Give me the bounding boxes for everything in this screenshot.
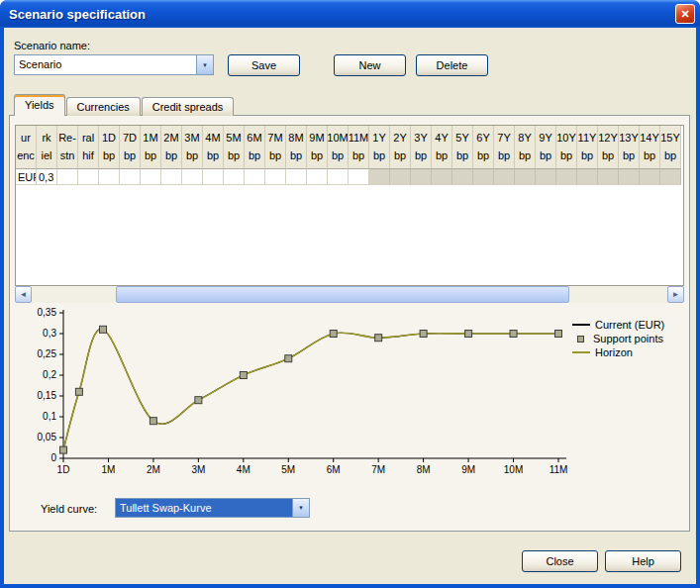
new-button[interactable]: New [334,54,406,76]
header-cell: 13Ybp [619,126,640,169]
table-cell[interactable] [99,169,120,185]
header-cell: 10Mbp [328,126,349,169]
header-cell: 5Ybp [452,126,473,169]
svg-text:5M: 5M [281,464,295,475]
table-cell [452,169,473,185]
header-cell-top: rk [42,133,50,144]
header-cell: 7Ybp [494,126,515,169]
header-cell: 3Mbp [182,126,203,169]
header-cell-top: 2M [163,133,178,144]
table-cell[interactable] [265,169,286,185]
header-cell-top: 13Y [619,133,639,144]
legend-item: Support points [572,332,664,345]
table-cell[interactable] [224,169,245,185]
table-cell [577,169,598,185]
header-cell: 3Ybp [411,126,432,169]
svg-text:0,1: 0,1 [43,411,56,422]
tab-credit-spreads[interactable]: Credit spreads [142,97,235,116]
table-cell [640,169,660,185]
yield-curve-label: Yield curve: [41,503,97,515]
yields-table: urencrkielRe-stnralhif1Dbp7Dbp1Mbp2Mbp3M… [15,125,684,286]
table-cell[interactable] [203,169,224,185]
header-cell-bottom: bp [581,150,593,161]
header-cell: 9Ybp [536,126,556,169]
header-cell-top: 7M [267,133,282,144]
header-cell: 8Mbp [286,126,307,169]
table-row-eur: EUR0,3 [16,169,683,185]
support-point-marker [375,335,382,342]
svg-text:0,35: 0,35 [38,307,57,318]
tab-currencies[interactable]: Currencies [66,97,141,116]
table-cell[interactable] [307,169,328,185]
table-cell [494,169,515,185]
table-cell[interactable] [182,169,203,185]
table-cell[interactable] [349,169,369,185]
header-cell-top: ral [82,133,94,144]
support-point-marker [555,331,562,338]
header-cell-bottom: bp [145,150,156,161]
header-cell-top: 3M [184,133,199,144]
svg-text:3M: 3M [191,464,205,475]
header-cell-bottom: bp [249,150,260,161]
table-cell [515,169,536,185]
close-button[interactable]: Close [522,550,598,572]
table-cell[interactable] [245,169,265,185]
header-cell-bottom: hif [82,150,94,161]
series-current-eur- [63,329,558,449]
arrow-left-icon: ◄ [20,291,28,299]
header-cell-top: 11Y [578,133,597,144]
table-cell [598,169,619,185]
tab-bar: YieldsCurrenciesCredit spreads [14,94,235,116]
support-point-marker [60,446,67,453]
header-cell: 4Mbp [203,126,224,169]
header-cell-bottom: bp [228,150,240,161]
header-cell-bottom: bp [186,150,198,161]
header-cell: 14Ybp [640,126,660,169]
header-cell: 6Ybp [473,126,494,169]
support-point-marker [100,326,107,333]
yields-tab-panel: urencrkielRe-stnralhif1Dbp7Dbp1Mbp2Mbp3M… [9,115,690,532]
table-cell[interactable]: 0,3 [37,169,57,185]
header-cell-top: Re- [58,133,76,144]
header-cell: 6Mbp [245,126,265,169]
svg-text:0,05: 0,05 [38,432,57,442]
delete-button[interactable]: Delete [416,54,488,76]
header-cell-bottom: bp [560,150,572,161]
table-cell[interactable] [286,169,307,185]
table-cell[interactable] [161,169,182,185]
header-cell-bottom: bp [519,150,531,161]
window-titlebar[interactable]: Scenario specification ✕ [0,0,700,28]
scenario-combo-dropdown-button[interactable]: ▼ [196,55,213,74]
table-cell[interactable] [120,169,141,185]
table-cell[interactable] [57,169,78,185]
table-cell[interactable] [141,169,161,185]
yield-curve-combobox[interactable]: Tullett Swap-Kurve ▼ [115,498,310,518]
table-cell[interactable] [328,169,349,185]
help-button[interactable]: Help [605,550,681,572]
support-point-marker [465,331,472,338]
header-cell-top: ur [21,133,31,144]
series-horizon [63,329,558,449]
header-cell: 4Ybp [432,126,452,169]
window-title: Scenario specification [9,7,146,22]
scenario-name-combobox[interactable]: Scenario ▼ [14,54,214,75]
header-cell-bottom: bp [436,150,448,161]
header-cell: 12Ybp [598,126,619,169]
save-button[interactable]: Save [228,54,300,76]
header-cell-bottom: bp [623,150,635,161]
close-icon: ✕ [680,8,689,21]
yield-curve-dropdown-button[interactable]: ▼ [292,499,309,517]
chevron-down-icon: ▼ [202,62,208,68]
window-close-button[interactable]: ✕ [675,4,695,24]
header-cell-bottom: bp [540,150,551,161]
header-cell-top: 15Y [660,133,680,144]
header-cell: 7Mbp [265,126,286,169]
header-cell-top: 8M [288,133,303,144]
header-cell-bottom: bp [311,150,323,161]
support-point-marker [285,355,292,362]
header-cell-top: 8Y [518,133,531,144]
header-cell: 7Dbp [120,126,141,169]
table-cell[interactable]: EUR [16,169,37,185]
tab-yields[interactable]: Yields [14,94,65,116]
table-cell[interactable] [78,169,99,185]
